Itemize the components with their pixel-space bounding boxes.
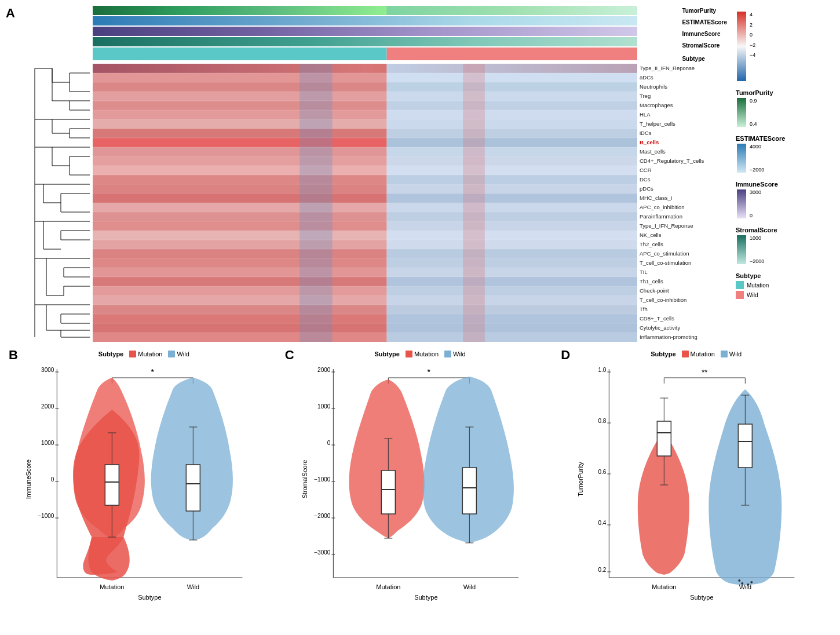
main-scale-bar: [736, 12, 747, 81]
panel-d: D Subtype Mutation Wild: [558, 348, 834, 614]
svg-rect-133: [93, 333, 387, 342]
stromal-legend: StromalScore 1000 −2000: [736, 227, 834, 264]
svg-rect-132: [387, 323, 637, 333]
svg-rect-77: [93, 73, 387, 82]
svg-rect-99: [93, 175, 387, 184]
panel-b-label: B: [9, 348, 18, 363]
row-labels: Type_II_IFN_Reponse aDCs Neutrophils Tre…: [637, 64, 730, 342]
row-label-11: CCR: [640, 167, 730, 173]
svg-text:Subtype: Subtype: [690, 594, 713, 601]
tp-label-04: 0.4: [750, 121, 757, 127]
svg-rect-89: [93, 129, 387, 138]
row-label-2: Neutrophils: [640, 84, 730, 90]
b-wild-label: Wild: [177, 351, 189, 357]
subtype-legend: Subtype Mutation Wild: [736, 272, 834, 299]
svg-text:−1000: −1000: [314, 476, 331, 483]
tp-label-09: 0.9: [750, 98, 757, 104]
svg-text:2000: 2000: [41, 403, 54, 410]
heatmap-main: TumorPurity ESTIMATEScore ImmuneScore St…: [93, 6, 637, 344]
svg-text:−2000: −2000: [314, 513, 331, 519]
svg-text:1.0: 1.0: [598, 367, 607, 373]
row-label-19: Th2_cells: [640, 242, 730, 247]
svg-rect-130: [387, 314, 637, 323]
svg-rect-107: [93, 212, 387, 221]
svg-rect-82: [387, 92, 637, 101]
row-label-15: APC_co_inhibition: [640, 205, 730, 210]
svg-rect-94: [387, 147, 637, 156]
svg-rect-105: [93, 203, 387, 212]
row-label-17: Type_I_IFN_Reponse: [640, 223, 730, 229]
d-outlier-3: [747, 583, 750, 586]
stromal-bar: [736, 235, 747, 264]
svg-rect-92: [387, 138, 637, 147]
c-wild-box-plot: [462, 468, 476, 514]
row-label-1: aDCs: [640, 75, 730, 81]
svg-rect-81: [93, 92, 387, 101]
svg-rect-106: [387, 203, 637, 212]
d-mutation-box-plot: [658, 421, 671, 456]
ss-label-neg2000: −2000: [750, 258, 764, 264]
svg-rect-128: [387, 305, 637, 314]
legend-area: 4 2 0 −2 −4 TumorPurity: [730, 6, 834, 342]
svg-rect-87: [93, 119, 387, 129]
subtype-legend-title: Subtype: [736, 272, 834, 279]
svg-rect-68: [387, 6, 637, 15]
panel-b-legend-title: Subtype: [98, 351, 123, 357]
b-x-wild: Wild: [187, 583, 199, 590]
c-significance: *: [427, 367, 430, 377]
c-wild-box: [444, 351, 451, 357]
estimate-legend: ESTIMATEScore 4000 −2000: [736, 135, 834, 173]
is-label-3000: 3000: [750, 189, 761, 195]
tumor-purity-title: TumorPurity: [736, 89, 834, 96]
row-label-4: Macrophages: [640, 103, 730, 108]
svg-rect-100: [387, 175, 637, 184]
row-label-24: Check-point: [640, 288, 730, 294]
d-outlier-2: [742, 582, 744, 585]
svg-rect-69: [93, 16, 637, 25]
d-mutation-box: [682, 351, 689, 357]
svg-rect-121: [93, 277, 387, 286]
svg-rect-110: [387, 221, 637, 231]
svg-rect-112: [387, 231, 637, 240]
row-label-21: T_cell_co-stimulation: [640, 260, 730, 266]
svg-rect-98: [387, 166, 637, 175]
row-label-22: TIL: [640, 269, 730, 275]
svg-rect-120: [387, 268, 637, 277]
mutation-label: Mutation: [747, 282, 769, 289]
b-mutation-box-plot: [105, 465, 119, 505]
ss-label-1000: 1000: [750, 235, 764, 241]
row-label-26: Tfh: [640, 306, 730, 312]
panel-c-label: C: [285, 348, 294, 363]
panel-b: B Subtype Mutation Wild: [6, 348, 282, 614]
svg-rect-124: [387, 286, 637, 295]
d-mutation-label: Mutation: [691, 351, 715, 357]
svg-rect-123: [93, 286, 387, 295]
d-outlier-4: [751, 581, 753, 583]
immune-title: ImmuneScore: [736, 181, 834, 188]
scale-label-neg4: −4: [750, 52, 755, 58]
row-label-18: NK_cells: [640, 232, 730, 238]
svg-rect-125: [93, 295, 387, 305]
scale-label-0: 0: [750, 32, 755, 38]
svg-rect-67: [93, 6, 387, 15]
b-mutation-box: [129, 351, 136, 357]
row-label-9: Mast_cells: [640, 149, 730, 155]
b-x-mutation: Mutation: [100, 583, 124, 590]
svg-rect-80: [387, 82, 637, 92]
svg-rect-166: [737, 12, 746, 81]
svg-rect-90: [387, 129, 637, 138]
panel-b-svg: 3000 2000 1000 0 −1000 ImmuneScore Mutat…: [6, 357, 282, 601]
wild-color-box: [736, 291, 744, 299]
svg-rect-86: [387, 110, 637, 119]
annotation-svg: [93, 6, 637, 64]
tumor-purity-legend: TumorPurity 0.9 0.4: [736, 89, 834, 127]
svg-text:0: 0: [51, 476, 54, 483]
svg-rect-101: [93, 184, 387, 194]
svg-rect-115: [93, 249, 387, 258]
b-wild-box: [168, 351, 175, 357]
svg-rect-72: [93, 48, 387, 60]
dendrogram-svg: [29, 64, 93, 342]
d-wild-label: Wild: [729, 351, 742, 357]
heatmap-svg: [93, 64, 637, 342]
svg-rect-88: [387, 119, 637, 129]
